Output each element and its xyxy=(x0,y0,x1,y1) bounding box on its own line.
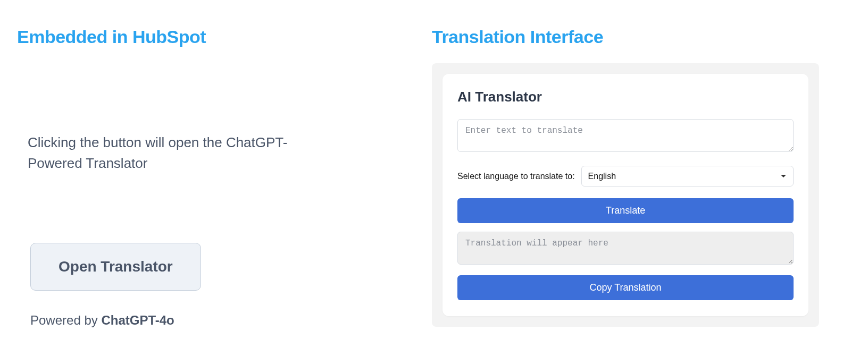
copy-translation-button[interactable]: Copy Translation xyxy=(457,275,794,300)
card-title: AI Translator xyxy=(457,89,794,105)
output-text-area[interactable] xyxy=(457,232,794,265)
language-row: Select language to translate to: English xyxy=(457,166,794,187)
language-label: Select language to translate to: xyxy=(457,172,575,181)
powered-by-text: Powered by ChatGPT-4o xyxy=(30,313,389,328)
language-select[interactable]: English xyxy=(581,166,794,187)
translate-button[interactable]: Translate xyxy=(457,198,794,223)
embedded-section: Embedded in HubSpot Clicking the button … xyxy=(17,27,389,340)
interface-panel: AI Translator Select language to transla… xyxy=(432,63,819,327)
embedded-heading: Embedded in HubSpot xyxy=(17,27,389,47)
interface-section: Translation Interface AI Translator Sele… xyxy=(432,27,851,340)
translator-card: AI Translator Select language to transla… xyxy=(443,74,808,316)
open-translator-button[interactable]: Open Translator xyxy=(30,243,201,291)
powered-by-brand: ChatGPT-4o xyxy=(101,313,174,327)
source-text-input[interactable] xyxy=(457,119,794,152)
embedded-description: Clicking the button will open the ChatGP… xyxy=(17,132,294,174)
powered-by-prefix: Powered by xyxy=(30,313,101,327)
interface-heading: Translation Interface xyxy=(432,27,819,47)
